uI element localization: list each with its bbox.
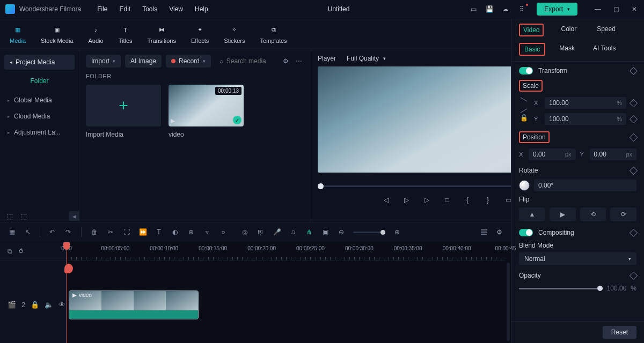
prev-frame-icon[interactable]: ◁ — [381, 196, 391, 204]
opacity-slider[interactable] — [519, 288, 603, 289]
export-button[interactable]: Export ▾ — [537, 3, 577, 16]
delete-icon[interactable]: 🗑 — [90, 228, 99, 236]
position-x-input[interactable]: 0.00px — [529, 148, 576, 160]
text-icon[interactable]: T — [155, 228, 163, 236]
tab-media[interactable]: ▦Media — [10, 25, 26, 44]
marker-icon[interactable]: ▿ — [203, 228, 211, 236]
transform-toggle[interactable] — [519, 67, 533, 74]
position-y-input[interactable]: 0.00px — [590, 148, 637, 160]
collapse-sidebar-button[interactable]: ◂ — [69, 211, 79, 221]
timeline-layers-icon[interactable]: ⧉ — [8, 248, 12, 255]
filter-icon[interactable]: ⚙ — [283, 57, 291, 65]
speed-icon[interactable]: ⏩ — [138, 228, 147, 236]
menu-help[interactable]: Help — [195, 5, 208, 13]
rotate-right-button[interactable]: ⟳ — [610, 207, 636, 221]
play-forward-icon[interactable]: ▷ — [422, 196, 431, 204]
target-icon[interactable]: ◎ — [240, 228, 249, 236]
timeline-scrollbar[interactable] — [507, 263, 510, 341]
sidebar-item-cloud-media[interactable]: ▸Cloud Media — [4, 108, 75, 124]
more-icon[interactable]: ⋯ — [296, 57, 304, 65]
color-icon[interactable]: ◐ — [171, 228, 179, 236]
menu-view[interactable]: View — [169, 5, 183, 13]
record-dropdown[interactable]: Record▾ — [166, 55, 211, 68]
flip-horizontal-button[interactable]: ▲ — [519, 207, 545, 221]
inspector-tab-color[interactable]: Color — [558, 24, 580, 36]
import-media-tile[interactable]: + Import Media — [86, 85, 161, 138]
rotate-input[interactable]: 0.00° — [534, 180, 636, 191]
folder-tab[interactable]: Folder — [4, 77, 75, 85]
media-tile-video[interactable]: 00:00:13 ▶ ✓ video — [169, 85, 244, 138]
lock-icon[interactable]: 🔓 — [520, 114, 528, 122]
import-dropdown[interactable]: Import▾ — [86, 55, 121, 68]
new-folder-icon[interactable]: ⬚ — [6, 212, 13, 220]
minimize-icon[interactable]: — — [594, 5, 602, 13]
tab-stock-media[interactable]: ▣Stock Media — [41, 25, 74, 44]
scale-x-input[interactable]: 100.00% — [545, 97, 626, 109]
link-icon[interactable]: ⊕ — [187, 228, 195, 236]
close-icon[interactable]: ✕ — [630, 5, 639, 13]
shield-icon[interactable]: ⛨ — [257, 228, 265, 236]
rotate-knob[interactable] — [519, 180, 530, 191]
search-field[interactable]: ⌕ — [215, 55, 279, 68]
music-icon[interactable]: ♫ — [289, 228, 297, 236]
zoom-out-icon[interactable]: ⊖ — [337, 228, 346, 236]
blend-mode-select[interactable]: Normal ▾ — [519, 252, 636, 265]
quality-dropdown[interactable]: Full Quality▾ — [347, 55, 386, 62]
more-tools-icon[interactable]: » — [219, 228, 228, 236]
project-media-button[interactable]: ◂ Project Media — [4, 55, 75, 70]
frame-icon[interactable]: ▣ — [321, 228, 330, 236]
playhead[interactable] — [67, 242, 67, 343]
flip-vertical-button[interactable]: ▶ — [550, 207, 576, 221]
select-tool-icon[interactable]: ▦ — [8, 228, 16, 236]
undo-icon[interactable]: ↶ — [48, 228, 56, 236]
zoom-slider[interactable] — [353, 232, 385, 233]
timeline-clip[interactable]: ▶video — [69, 290, 199, 319]
track-lock-icon[interactable]: 🔒 — [31, 301, 39, 309]
cursor-tool-icon[interactable]: ↖ — [24, 228, 32, 236]
rotate-left-button[interactable]: ⟲ — [580, 207, 606, 221]
keyframe-icon[interactable] — [630, 115, 638, 123]
tab-transitions[interactable]: ⧓Transitions — [148, 25, 176, 44]
keyframe-icon[interactable] — [630, 271, 638, 280]
apps-icon[interactable]: ⠿ — [517, 5, 526, 13]
tab-titles[interactable]: TTitles — [119, 25, 133, 44]
menu-file[interactable]: File — [97, 5, 107, 13]
inspector-tab-speed[interactable]: Speed — [594, 24, 619, 36]
mark-in-icon[interactable]: { — [463, 196, 472, 204]
monitor-icon[interactable]: ▭ — [469, 5, 478, 13]
menu-tools[interactable]: Tools — [142, 5, 157, 13]
keyframe-icon[interactable] — [630, 133, 638, 141]
tab-audio[interactable]: ♪Audio — [89, 25, 104, 44]
zoom-in-icon[interactable]: ⊕ — [393, 228, 401, 236]
sidebar-item-global-media[interactable]: ▸Global Media — [4, 92, 75, 108]
inspector-subtab-mask[interactable]: Mask — [555, 43, 579, 56]
search-input[interactable] — [226, 57, 274, 65]
save-icon[interactable]: 💾 — [485, 5, 494, 13]
crop-icon[interactable]: ⛶ — [122, 228, 131, 236]
maximize-icon[interactable]: ▢ — [612, 5, 620, 13]
timeline-ruler[interactable]: 0:0000:00:05:0000:00:10:0000:00:15:0000:… — [67, 242, 506, 260]
track-video-icon[interactable]: 🎬 — [8, 301, 16, 309]
cloud-icon[interactable]: ☁ — [501, 5, 510, 13]
new-bin-icon[interactable]: ⬚ — [20, 212, 27, 220]
menu-edit[interactable]: Edit — [120, 5, 131, 13]
cut-icon[interactable]: ✂ — [106, 228, 115, 236]
ai-image-button[interactable]: AI Image — [125, 55, 162, 68]
reset-button[interactable]: Reset — [603, 326, 636, 339]
inspector-tab-video[interactable]: Video — [519, 24, 544, 36]
compositing-toggle[interactable] — [519, 229, 533, 236]
tab-templates[interactable]: ⧉Templates — [260, 25, 287, 44]
mark-out-icon[interactable]: } — [483, 196, 493, 204]
tab-stickers[interactable]: ✧Stickers — [224, 25, 245, 44]
track-view-icon[interactable] — [481, 229, 487, 235]
keyframe-icon[interactable] — [630, 166, 638, 175]
track-mute-icon[interactable]: 🔈 — [45, 301, 53, 309]
inspector-subtab-aitools[interactable]: AI Tools — [589, 43, 620, 56]
redo-icon[interactable]: ↷ — [64, 228, 72, 236]
marker[interactable] — [64, 264, 73, 273]
settings-icon[interactable]: ⚙ — [495, 228, 503, 236]
mic-icon[interactable]: 🎤 — [273, 228, 281, 236]
tab-effects[interactable]: ✦Effects — [191, 25, 209, 44]
stop-icon[interactable]: □ — [442, 196, 452, 204]
inspector-subtab-basic[interactable]: Basic — [519, 43, 545, 56]
